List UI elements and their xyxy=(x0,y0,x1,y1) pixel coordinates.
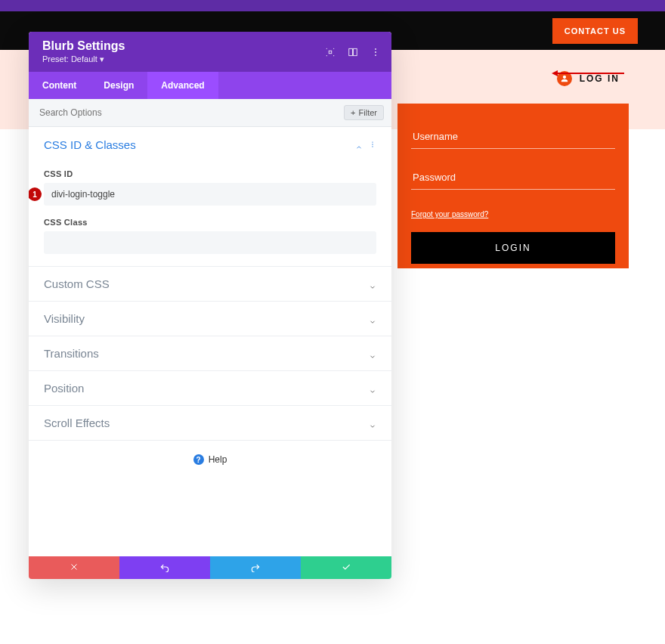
top-purple-bar xyxy=(0,0,665,11)
close-icon xyxy=(70,562,79,574)
columns-icon[interactable] xyxy=(348,47,358,57)
redo-button[interactable] xyxy=(210,556,301,579)
check-icon xyxy=(341,562,351,574)
chevron-down-icon xyxy=(369,350,376,358)
undo-button[interactable] xyxy=(119,556,210,579)
tab-design[interactable]: Design xyxy=(90,72,147,99)
search-row: + Filter xyxy=(29,99,391,127)
svg-point-3 xyxy=(326,55,327,56)
settings-tabs: Content Design Advanced xyxy=(29,72,391,99)
section-header-transitions[interactable]: Transitions xyxy=(29,336,391,370)
save-button[interactable] xyxy=(301,556,391,579)
forgot-password-link[interactable]: Forgot your password? xyxy=(411,210,488,218)
undo-icon xyxy=(159,562,170,574)
css-id-input[interactable] xyxy=(44,183,376,206)
chevron-down-icon xyxy=(369,315,376,323)
login-submit-button[interactable]: LOGIN xyxy=(411,232,615,264)
chevron-down-icon xyxy=(369,385,376,392)
panel-preset[interactable]: Preset: Default ▾ xyxy=(42,54,125,64)
section-more-icon[interactable] xyxy=(369,138,376,151)
section-position: Position xyxy=(29,371,391,406)
panel-footer-actions xyxy=(29,556,391,579)
svg-rect-0 xyxy=(329,51,332,54)
section-title: CSS ID & Classes xyxy=(44,138,136,151)
password-field[interactable] xyxy=(411,166,615,190)
svg-point-8 xyxy=(375,51,376,53)
svg-point-11 xyxy=(372,144,373,144)
svg-point-1 xyxy=(326,48,327,48)
section-custom-css: Custom CSS xyxy=(29,267,391,302)
chevron-down-icon xyxy=(369,420,376,427)
chevron-down-icon xyxy=(369,280,376,288)
svg-rect-6 xyxy=(354,48,357,55)
annotation-arrow xyxy=(556,73,624,74)
redo-icon xyxy=(250,562,261,574)
svg-point-4 xyxy=(333,55,334,56)
css-class-label: CSS Class xyxy=(44,218,376,227)
section-css-id-classes: CSS ID & Classes CSS ID 1 CSS Class xyxy=(29,127,391,267)
section-header-custom-css[interactable]: Custom CSS xyxy=(29,267,391,301)
chevron-up-icon xyxy=(355,141,363,148)
plus-icon: + xyxy=(351,108,355,117)
username-field[interactable] xyxy=(411,125,615,149)
section-header-css-id-classes[interactable]: CSS ID & Classes xyxy=(29,127,391,162)
help-icon: ? xyxy=(193,454,204,465)
svg-point-12 xyxy=(372,146,373,147)
svg-point-9 xyxy=(375,54,376,56)
search-input[interactable] xyxy=(36,106,344,119)
section-header-position[interactable]: Position xyxy=(29,371,391,405)
section-scroll-effects: Scroll Effects xyxy=(29,406,391,441)
filter-button[interactable]: + Filter xyxy=(344,105,384,120)
help-row[interactable]: ? Help xyxy=(29,441,391,472)
annotation-badge-1: 1 xyxy=(29,187,42,201)
close-button[interactable] xyxy=(29,556,119,579)
css-id-label: CSS ID xyxy=(44,169,376,178)
section-transitions: Transitions xyxy=(29,336,391,371)
section-header-visibility[interactable]: Visibility xyxy=(29,302,391,336)
svg-rect-5 xyxy=(349,48,353,55)
section-visibility: Visibility xyxy=(29,302,391,336)
tab-content[interactable]: Content xyxy=(29,72,90,99)
panel-title: Blurb Settings xyxy=(42,39,125,53)
tab-advanced[interactable]: Advanced xyxy=(147,72,218,99)
svg-point-7 xyxy=(375,48,376,49)
css-class-input[interactable] xyxy=(44,231,376,254)
blurb-settings-panel: Blurb Settings Preset: Default ▾ Content… xyxy=(29,32,391,579)
login-trigger-label: LOG IN xyxy=(580,73,620,84)
svg-point-10 xyxy=(372,141,373,142)
section-header-scroll-effects[interactable]: Scroll Effects xyxy=(29,406,391,440)
panel-header: Blurb Settings Preset: Default ▾ xyxy=(29,32,391,72)
expand-icon[interactable] xyxy=(325,47,336,57)
login-dropdown-panel: Forgot your password? LOGIN xyxy=(397,104,629,268)
svg-point-2 xyxy=(333,48,334,48)
more-icon[interactable] xyxy=(370,47,381,57)
contact-us-button[interactable]: CONTACT US xyxy=(552,18,638,44)
